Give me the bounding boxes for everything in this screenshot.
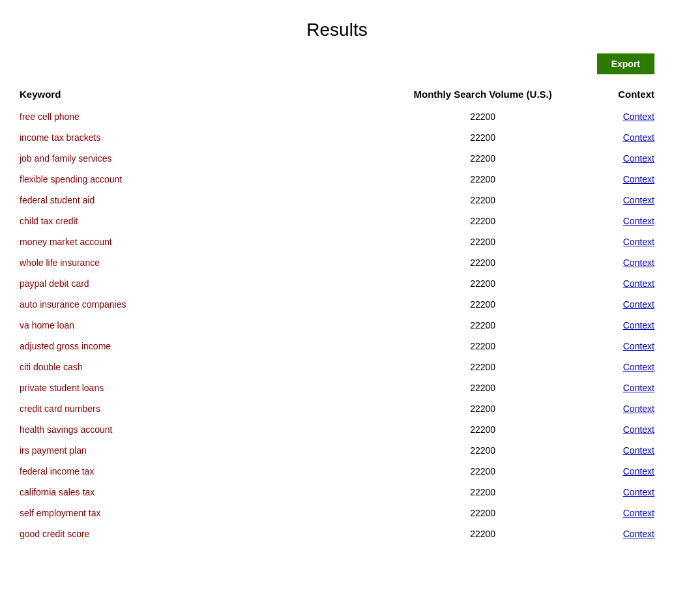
table-row: child tax credit22200Context: [13, 211, 661, 231]
context-link[interactable]: Context: [623, 216, 654, 226]
keyword-cell: private student loans: [13, 377, 402, 398]
keyword-cell: flexible spending account: [13, 169, 402, 190]
table-row: irs payment plan22200Context: [13, 440, 661, 461]
keyword-cell: child tax credit: [13, 211, 402, 231]
volume-cell: 22200: [402, 294, 564, 315]
context-cell: Context: [564, 294, 661, 315]
context-cell: Context: [564, 503, 661, 523]
keyword-cell: paypal debit card: [13, 273, 402, 294]
volume-cell: 22200: [402, 315, 564, 336]
context-link[interactable]: Context: [623, 111, 654, 122]
keyword-cell: job and family services: [13, 148, 402, 169]
table-row: whole life insurance22200Context: [13, 252, 661, 273]
context-cell: Context: [564, 148, 661, 169]
volume-cell: 22200: [402, 357, 564, 377]
volume-cell: 22200: [402, 461, 564, 482]
volume-cell: 22200: [402, 482, 564, 503]
context-link[interactable]: Context: [623, 508, 654, 518]
volume-cell: 22200: [402, 377, 564, 398]
table-row: self employment tax22200Context: [13, 503, 661, 523]
table-row: flexible spending account22200Context: [13, 169, 661, 190]
volume-cell: 22200: [402, 523, 564, 544]
context-cell: Context: [564, 377, 661, 398]
context-link[interactable]: Context: [623, 383, 654, 393]
context-link[interactable]: Context: [623, 174, 654, 184]
context-cell: Context: [564, 315, 661, 336]
volume-cell: 22200: [402, 398, 564, 419]
table-row: job and family services22200Context: [13, 148, 661, 169]
context-cell: Context: [564, 273, 661, 294]
context-cell: Context: [564, 106, 661, 127]
export-button[interactable]: Export: [597, 53, 654, 74]
context-link[interactable]: Context: [623, 132, 654, 143]
context-link[interactable]: Context: [623, 341, 654, 351]
context-cell: Context: [564, 127, 661, 148]
keyword-cell: money market account: [13, 231, 402, 252]
column-header-volume: Monthly Search Volume (U.S.): [402, 85, 564, 106]
context-link[interactable]: Context: [623, 403, 654, 414]
table-row: money market account22200Context: [13, 231, 661, 252]
context-cell: Context: [564, 211, 661, 231]
table-row: california sales tax22200Context: [13, 482, 661, 503]
context-link[interactable]: Context: [623, 278, 654, 289]
context-cell: Context: [564, 523, 661, 544]
keyword-cell: auto insurance companies: [13, 294, 402, 315]
context-link[interactable]: Context: [623, 466, 654, 477]
context-cell: Context: [564, 169, 661, 190]
table-row: free cell phone22200Context: [13, 106, 661, 127]
table-row: va home loan22200Context: [13, 315, 661, 336]
context-link[interactable]: Context: [623, 299, 654, 310]
context-link[interactable]: Context: [623, 362, 654, 372]
keyword-cell: self employment tax: [13, 503, 402, 523]
context-link[interactable]: Context: [623, 320, 654, 330]
volume-cell: 22200: [402, 419, 564, 440]
volume-cell: 22200: [402, 148, 564, 169]
context-link[interactable]: Context: [623, 195, 654, 205]
volume-cell: 22200: [402, 503, 564, 523]
context-cell: Context: [564, 398, 661, 419]
keyword-cell: free cell phone: [13, 106, 402, 127]
column-header-keyword: Keyword: [13, 85, 402, 106]
context-cell: Context: [564, 336, 661, 357]
table-row: income tax brackets22200Context: [13, 127, 661, 148]
volume-cell: 22200: [402, 127, 564, 148]
context-link[interactable]: Context: [623, 529, 654, 539]
volume-cell: 22200: [402, 190, 564, 211]
context-link[interactable]: Context: [623, 257, 654, 268]
context-link[interactable]: Context: [623, 424, 654, 435]
volume-cell: 22200: [402, 273, 564, 294]
keyword-cell: citi double cash: [13, 357, 402, 377]
context-cell: Context: [564, 357, 661, 377]
keyword-cell: income tax brackets: [13, 127, 402, 148]
keyword-cell: adjusted gross income: [13, 336, 402, 357]
volume-cell: 22200: [402, 169, 564, 190]
table-row: credit card numbers22200Context: [13, 398, 661, 419]
context-link[interactable]: Context: [623, 445, 654, 456]
context-link[interactable]: Context: [623, 487, 654, 497]
context-cell: Context: [564, 419, 661, 440]
table-row: federal income tax22200Context: [13, 461, 661, 482]
context-link[interactable]: Context: [623, 237, 654, 247]
context-cell: Context: [564, 461, 661, 482]
table-row: health savings account22200Context: [13, 419, 661, 440]
table-row: private student loans22200Context: [13, 377, 661, 398]
table-row: paypal debit card22200Context: [13, 273, 661, 294]
context-link[interactable]: Context: [623, 153, 654, 164]
keyword-cell: good credit score: [13, 523, 402, 544]
keyword-cell: health savings account: [13, 419, 402, 440]
volume-cell: 22200: [402, 211, 564, 231]
keyword-cell: whole life insurance: [13, 252, 402, 273]
keyword-cell: irs payment plan: [13, 440, 402, 461]
keyword-cell: credit card numbers: [13, 398, 402, 419]
volume-cell: 22200: [402, 252, 564, 273]
volume-cell: 22200: [402, 231, 564, 252]
volume-cell: 22200: [402, 440, 564, 461]
context-cell: Context: [564, 482, 661, 503]
column-header-context: Context: [564, 85, 661, 106]
keyword-cell: california sales tax: [13, 482, 402, 503]
table-row: auto insurance companies22200Context: [13, 294, 661, 315]
results-table: Keyword Monthly Search Volume (U.S.) Con…: [13, 85, 661, 544]
table-row: good credit score22200Context: [13, 523, 661, 544]
context-cell: Context: [564, 231, 661, 252]
context-cell: Context: [564, 252, 661, 273]
